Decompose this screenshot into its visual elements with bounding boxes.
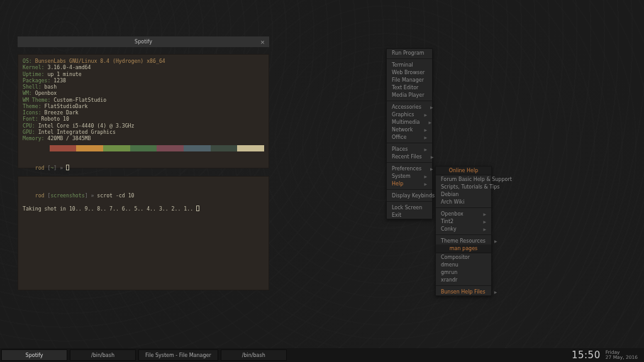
- menu-item-terminal[interactable]: Terminal: [387, 61, 432, 69]
- taskbar-task--bin-bash[interactable]: /bin/bash: [70, 349, 136, 361]
- submenu-item-theme-resources[interactable]: Theme Resources▶: [436, 237, 491, 244]
- sysinfo-line: Uptime: up 1 minute: [23, 71, 264, 77]
- sysinfo-line: GPU: Intel Integrated Graphics: [23, 129, 264, 135]
- chevron-right-icon: ▶: [428, 120, 431, 124]
- color-swatch: [237, 145, 264, 151]
- sysinfo-line: Theme: FlatStudioDark: [23, 103, 264, 109]
- menu-item-graphics[interactable]: Graphics▶: [387, 111, 432, 118]
- sysinfo-line: WM Theme: Custom-FlatStudio: [23, 97, 264, 103]
- submenu-item-arch-wiki[interactable]: Arch Wiki: [436, 198, 491, 206]
- taskbar: Spotify/bin/bashFile System - File Manag…: [0, 348, 644, 362]
- chevron-right-icon: ▶: [483, 227, 486, 231]
- submenu-item-conky[interactable]: Conky▶: [436, 225, 491, 233]
- color-swatch: [157, 145, 184, 151]
- color-swatch: [76, 145, 103, 151]
- menu-separator: [436, 207, 491, 208]
- sysinfo-line: Kernel: 3.16.0-4-amd64: [23, 64, 264, 70]
- menu-item-exit[interactable]: Exit: [387, 211, 432, 219]
- menu-item-file-manager[interactable]: File Manager: [387, 76, 432, 84]
- window-close-icon[interactable]: ×: [258, 38, 267, 46]
- taskbar-task-spotify[interactable]: Spotify: [1, 349, 67, 361]
- color-swatch: [130, 145, 157, 151]
- clock[interactable]: 15:50 Friday27 May, 2016: [565, 348, 644, 362]
- menu-item-media-player[interactable]: Media Player: [387, 91, 432, 99]
- submenu-item-forum-basic-help-support[interactable]: Forum Basic Help & Support: [436, 175, 491, 183]
- menu-separator: [387, 101, 432, 101]
- terminal-scrot[interactable]: rod [screenshots] » scrot -cd 10 Taking …: [18, 176, 269, 290]
- menu-separator: [387, 162, 432, 163]
- menu-item-text-editor[interactable]: Text Editor: [387, 84, 432, 91]
- submenu-item-tint2[interactable]: Tint2▶: [436, 217, 491, 225]
- color-swatch: [103, 145, 130, 151]
- submenu-item-debian[interactable]: Debian: [436, 190, 491, 198]
- chevron-right-icon: ▶: [424, 182, 427, 186]
- submenu-item-openbox[interactable]: Openbox▶: [436, 210, 491, 217]
- chevron-right-icon: ▶: [424, 147, 427, 151]
- openbox-root-menu[interactable]: Run ProgramTerminalWeb BrowserFile Manag…: [386, 48, 433, 219]
- sysinfo-line: Icons: Breeze Dark: [23, 109, 264, 116]
- menu-item-display-keybinds[interactable]: Display Keybinds▶: [387, 192, 432, 199]
- window-titlebar[interactable]: Spotify ×: [18, 36, 269, 47]
- menu-item-recent-files[interactable]: Recent Files▶: [387, 153, 432, 160]
- chevron-right-icon: ▶: [424, 112, 427, 117]
- chevron-right-icon: ▶: [430, 105, 433, 109]
- submenu-item-scripts-tutorials-tips[interactable]: Scripts, Tutorials & Tips: [436, 183, 491, 190]
- chevron-right-icon: ▶: [494, 290, 497, 294]
- menu-separator: [436, 285, 491, 286]
- submenu-item-bunsen-help-files[interactable]: Bunsen Help Files▶: [436, 288, 491, 295]
- taskbar-task-file-system-file-manager[interactable]: File System - File Manager: [138, 349, 218, 361]
- menu-separator: [387, 189, 432, 190]
- clock-time: 15:50: [572, 349, 601, 361]
- cursor-icon: [66, 165, 69, 170]
- chevron-right-icon: ▶: [424, 135, 427, 140]
- chevron-right-icon: ▶: [431, 155, 434, 159]
- color-swatches: [23, 145, 264, 151]
- menu-separator: [387, 58, 432, 59]
- menu-separator: [387, 143, 432, 143]
- taskbar-spacer: [288, 348, 565, 362]
- sysinfo-line: Shell: bash: [23, 84, 264, 90]
- color-swatch: [184, 145, 211, 151]
- terminal-screenfetch[interactable]: OS: BunsenLabs GNU/Linux 8.4 (Hydrogen) …: [18, 54, 269, 168]
- menu-item-help[interactable]: Help▶: [387, 180, 432, 187]
- menu-item-places[interactable]: Places▶: [387, 145, 432, 153]
- sysinfo-line: Memory: 420MB / 3845MB: [23, 135, 264, 141]
- submenu-item-dmenu[interactable]: dmenu: [436, 261, 491, 268]
- submenu-item-compositor[interactable]: Compositor: [436, 253, 491, 261]
- submenu-item-xrandr[interactable]: xrandr: [436, 276, 491, 283]
- taskbar-task--bin-bash[interactable]: /bin/bash: [221, 349, 287, 361]
- menu-item-preferences[interactable]: Preferences▶: [387, 165, 432, 172]
- sysinfo-line: WM: Openbox: [23, 90, 264, 96]
- color-swatch: [23, 145, 50, 151]
- menu-item-lock-screen[interactable]: Lock Screen: [387, 204, 432, 211]
- window-title: Spotify: [135, 39, 152, 45]
- color-swatch: [211, 145, 238, 151]
- chevron-right-icon: ▶: [424, 128, 427, 132]
- menu-item-network[interactable]: Network▶: [387, 126, 432, 133]
- terminal1-prompt: rod [~] »: [23, 158, 264, 177]
- chevron-right-icon: ▶: [430, 167, 433, 171]
- menu-separator: [436, 234, 491, 235]
- help-submenu[interactable]: Online HelpForum Basic Help & SupportScr…: [435, 166, 492, 296]
- submenu-header: man pages: [436, 244, 491, 253]
- chevron-right-icon: ▶: [483, 219, 486, 224]
- menu-item-run-program[interactable]: Run Program: [387, 49, 432, 57]
- menu-item-multimedia[interactable]: Multimedia▶: [387, 118, 432, 126]
- menu-item-web-browser[interactable]: Web Browser: [387, 69, 432, 76]
- sysinfo-line: Packages: 1238: [23, 77, 264, 84]
- sysinfo-line: OS: BunsenLabs GNU/Linux 8.4 (Hydrogen) …: [23, 58, 264, 64]
- chevron-right-icon: ▶: [494, 239, 497, 243]
- submenu-header: Online Help: [436, 167, 491, 175]
- chevron-right-icon: ▶: [483, 212, 486, 216]
- cursor-icon: [196, 206, 199, 211]
- submenu-item-gmrun[interactable]: gmrun: [436, 268, 491, 276]
- menu-item-accessories[interactable]: Accessories▶: [387, 103, 432, 111]
- color-swatch: [50, 145, 77, 151]
- menu-separator: [387, 201, 432, 202]
- menu-item-office[interactable]: Office▶: [387, 133, 432, 141]
- terminal2-prompt: rod [screenshots] » scrot -cd 10: [23, 186, 264, 206]
- clock-date: Friday27 May, 2016: [606, 350, 638, 360]
- sysinfo-line: CPU: Intel Core i5-4440 (4) @ 3.3GHz: [23, 123, 264, 129]
- menu-item-system[interactable]: System▶: [387, 172, 432, 180]
- terminal2-output: Taking shot in 10.. 9.. 8.. 7.. 6.. 5.. …: [23, 206, 264, 212]
